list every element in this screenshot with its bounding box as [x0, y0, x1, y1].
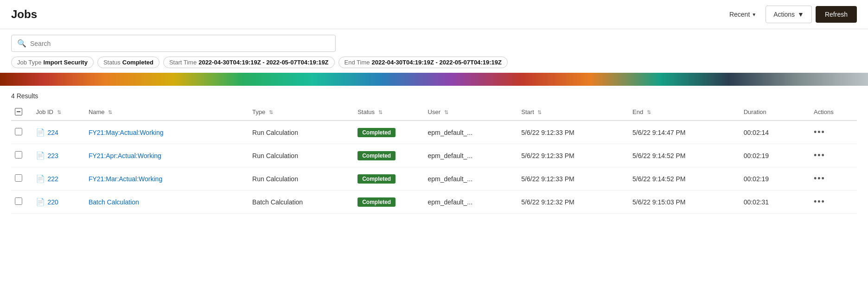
filter-tag-status[interactable]: Status Completed [97, 57, 160, 68]
end-cell: 5/6/22 9:14:52 PM [629, 144, 740, 167]
sort-icon: ⇅ [647, 109, 651, 115]
th-status[interactable]: Status ⇅ [354, 103, 424, 121]
duration-value: 00:02:14 [744, 129, 769, 136]
job-name-link[interactable]: FY21:May:Actual:Working [89, 129, 164, 136]
job-type-value: Batch Calculation [252, 198, 303, 206]
row-checkbox[interactable] [15, 197, 22, 205]
document-icon: 📄 [36, 151, 45, 160]
job-id-link[interactable]: 📄 220 [36, 197, 81, 206]
recent-dropdown-button[interactable]: Recent ▼ [724, 7, 762, 22]
job-id-link[interactable]: 📄 222 [36, 174, 81, 183]
type-cell: Run Calculation [249, 121, 354, 144]
th-job-id[interactable]: Job ID ⇅ [32, 103, 85, 121]
start-cell: 5/6/22 9:12:33 PM [517, 144, 629, 167]
user-cell: epm_default_... [424, 144, 518, 167]
filter-end-time-label: End Time [345, 59, 370, 66]
sort-icon: ⇅ [378, 109, 383, 115]
chevron-down-icon: ▼ [798, 11, 804, 18]
recent-label: Recent [729, 11, 750, 18]
table-row: 📄 223 FY21:Apr:Actual:Working Run Calcul… [11, 144, 857, 167]
start-value: 5/6/22 9:12:32 PM [521, 198, 574, 206]
user-cell: epm_default_... [424, 167, 518, 191]
duration-cell: 00:02:31 [740, 191, 810, 214]
job-id-cell: 📄 223 [32, 144, 85, 167]
row-checkbox-cell [11, 121, 32, 144]
user-value: epm_default_... [428, 152, 473, 159]
row-actions-cell: ••• [810, 121, 857, 144]
job-id-link[interactable]: 📄 224 [36, 128, 81, 137]
more-actions-button[interactable]: ••• [814, 174, 825, 183]
job-id-cell: 📄 224 [32, 121, 85, 144]
duration-value: 00:02:19 [744, 175, 769, 183]
start-value: 5/6/22 9:12:33 PM [521, 175, 574, 183]
status-badge: Completed [357, 197, 396, 207]
more-actions-button[interactable]: ••• [814, 197, 825, 206]
refresh-button[interactable]: Refresh [816, 6, 857, 23]
search-input[interactable] [30, 40, 330, 47]
th-start[interactable]: Start ⇅ [517, 103, 629, 121]
sort-icon: ⇅ [108, 109, 112, 115]
select-all-checkbox[interactable] [15, 108, 22, 115]
row-checkbox[interactable] [15, 174, 22, 182]
job-id-cell: 📄 222 [32, 167, 85, 191]
page-wrapper: Jobs Recent ▼ Actions ▼ Refresh 🔍 Job Ty… [0, 0, 868, 286]
type-cell: Run Calculation [249, 144, 354, 167]
row-actions-cell: ••• [810, 144, 857, 167]
filter-tag-start-time[interactable]: Start Time 2022-04-30T04:19:19Z - 2022-0… [163, 57, 335, 68]
actions-label: Actions [773, 11, 795, 18]
job-id-link[interactable]: 📄 223 [36, 151, 81, 160]
job-type-value: Run Calculation [252, 175, 298, 183]
filter-status-label: Status [103, 59, 121, 66]
th-end[interactable]: End ⇅ [629, 103, 740, 121]
filter-end-time-value: 2022-04-30T04:19:19Z - 2022-05-07T04:19:… [371, 59, 501, 66]
filter-tag-job-type[interactable]: Job Type Import Security [11, 57, 94, 68]
th-user[interactable]: User ⇅ [424, 103, 518, 121]
job-name-link[interactable]: FY21:Apr:Actual:Working [89, 152, 161, 159]
minus-icon [17, 111, 20, 112]
search-bar: 🔍 [11, 35, 336, 52]
filter-start-time-value: 2022-04-30T04:19:19Z - 2022-05-07T04:19:… [198, 59, 328, 66]
user-value: epm_default_... [428, 198, 473, 206]
th-duration: Duration [740, 103, 810, 121]
start-cell: 5/6/22 9:12:33 PM [517, 167, 629, 191]
th-name[interactable]: Name ⇅ [85, 103, 249, 121]
job-name-link[interactable]: FY21:Mar:Actual:Working [89, 175, 162, 183]
start-cell: 5/6/22 9:12:32 PM [517, 191, 629, 214]
end-cell: 5/6/22 9:14:47 PM [629, 121, 740, 144]
decorative-banner [0, 73, 868, 86]
sort-icon: ⇅ [57, 109, 61, 115]
results-count: 4 Results [11, 92, 38, 100]
results-section: 4 Results [0, 86, 868, 103]
start-value: 5/6/22 9:12:33 PM [521, 129, 574, 136]
table-row: 📄 224 FY21:May:Actual:Working Run Calcul… [11, 121, 857, 144]
actions-button[interactable]: Actions ▼ [766, 6, 812, 23]
job-name-link[interactable]: Batch Calculation [89, 198, 139, 206]
filter-job-type-label: Job Type [17, 59, 42, 66]
filter-tags: Job Type Import Security Status Complete… [0, 52, 868, 73]
status-badge: Completed [357, 128, 396, 137]
job-type-value: Run Calculation [252, 129, 298, 136]
name-cell: Batch Calculation [85, 191, 249, 214]
search-icon: 🔍 [17, 39, 26, 48]
user-cell: epm_default_... [424, 191, 518, 214]
row-checkbox[interactable] [15, 151, 22, 159]
th-type[interactable]: Type ⇅ [249, 103, 354, 121]
more-actions-button[interactable]: ••• [814, 127, 825, 137]
row-checkbox-cell [11, 191, 32, 214]
job-id-value: 223 [47, 152, 58, 159]
filter-start-time-label: Start Time [169, 59, 197, 66]
document-icon: 📄 [36, 174, 45, 183]
end-value: 5/6/22 9:15:03 PM [632, 198, 685, 206]
sort-icon: ⇅ [444, 109, 448, 115]
table-header-row: Job ID ⇅ Name ⇅ Type ⇅ Status ⇅ User ⇅ [11, 103, 857, 121]
filter-job-type-value: Import Security [44, 59, 88, 66]
status-badge: Completed [357, 151, 396, 160]
row-checkbox[interactable] [15, 128, 22, 135]
more-actions-button[interactable]: ••• [814, 151, 825, 160]
filter-tag-end-time[interactable]: End Time 2022-04-30T04:19:19Z - 2022-05-… [338, 57, 508, 68]
filter-status-value: Completed [122, 59, 153, 66]
status-badge: Completed [357, 174, 396, 184]
header-actions: Recent ▼ Actions ▼ Refresh [724, 6, 857, 23]
table-wrapper: Job ID ⇅ Name ⇅ Type ⇅ Status ⇅ User ⇅ [0, 103, 868, 214]
duration-cell: 00:02:19 [740, 144, 810, 167]
